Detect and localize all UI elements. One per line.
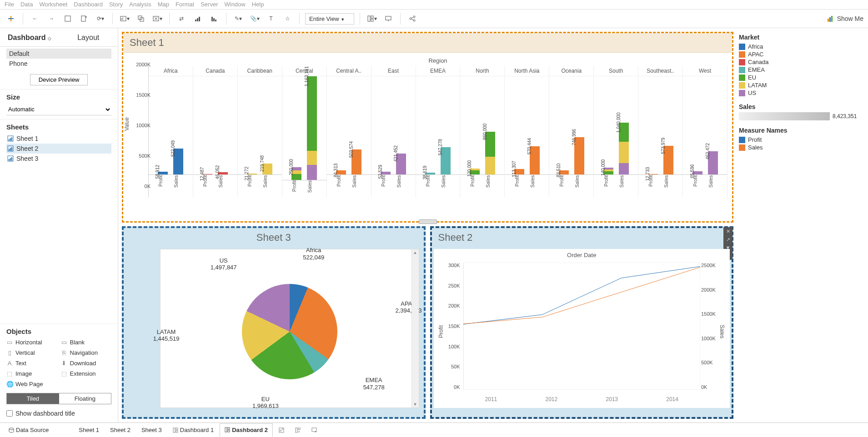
new-data-icon[interactable]: +: [78, 12, 90, 25]
presentation-icon[interactable]: [382, 12, 395, 25]
sheet2-container[interactable]: ✕ ↗ ▼ ▾ Sheet 2 Order Date Profit Sales …: [430, 226, 734, 419]
profit-bar[interactable]: 140,000: [603, 168, 613, 174]
sales-bar[interactable]: 1,040,000: [619, 123, 629, 174]
tile-float-toggle[interactable]: Tiled Floating: [6, 393, 111, 404]
undo-icon[interactable]: ←: [29, 12, 41, 25]
menu-dashboard[interactable]: Dashboard: [74, 1, 103, 8]
menu-format[interactable]: Format: [176, 1, 194, 8]
profit-bar[interactable]: 84,313: [336, 170, 346, 174]
sort-desc-icon[interactable]: [208, 12, 221, 25]
tab-dashboard[interactable]: Dashboard◇: [0, 30, 59, 46]
new-dashboard-tab-icon[interactable]: +: [290, 424, 306, 436]
sales-bar[interactable]: 46,052: [218, 172, 228, 174]
label-icon[interactable]: T: [265, 12, 277, 25]
highlight-icon[interactable]: ✎▾: [232, 12, 245, 25]
profit-bar[interactable]: 12,487: [202, 174, 212, 174]
object-download[interactable]: ⬇Download: [61, 359, 112, 367]
tab-dashboard2[interactable]: Dashboard 2: [220, 423, 273, 437]
new-worksheet-icon[interactable]: ▾: [118, 12, 131, 25]
new-worksheet-tab-icon[interactable]: +: [274, 424, 289, 436]
profit-bar[interactable]: 120,000: [470, 169, 480, 174]
legend-item[interactable]: EMEA: [739, 66, 863, 74]
sales-bar[interactable]: 573,979: [663, 146, 673, 174]
legend-item[interactable]: Sales: [739, 144, 863, 151]
sales-bar[interactable]: 503,574: [351, 149, 361, 174]
dashboard-icon[interactable]: ▾: [366, 12, 378, 25]
share-icon[interactable]: [406, 12, 419, 25]
sheet2-chart[interactable]: Order Date Profit Sales 300K250K200K150K…: [434, 249, 730, 408]
swap-icon[interactable]: ⇄: [175, 12, 188, 25]
sheet3-chart[interactable]: Africa522,049APAC2,394,993EMEA547,278EU1…: [160, 249, 419, 408]
sales-bar[interactable]: 746,996: [574, 137, 584, 174]
sales-bar[interactable]: 522,049: [173, 149, 183, 174]
menu-file[interactable]: File: [5, 1, 14, 8]
sheet3-container[interactable]: Sheet 3 Africa522,049APAC2,394,993EMEA54…: [122, 226, 426, 419]
profit-bar[interactable]: 21,272: [247, 174, 257, 174]
fit-dropdown[interactable]: Entire View ▼: [305, 13, 354, 25]
tab-layout[interactable]: Layout: [59, 30, 118, 46]
sales-bar[interactable]: 421,452: [396, 154, 406, 174]
remove-icon[interactable]: ✕: [723, 227, 733, 235]
size-select[interactable]: Automatic: [6, 104, 111, 115]
pin-icon[interactable]: ☆: [281, 12, 294, 25]
new-story-tab-icon[interactable]: +: [306, 424, 322, 436]
legend-item[interactable]: Profit: [739, 136, 863, 144]
redo-icon[interactable]: →: [45, 12, 58, 25]
show-me-button[interactable]: Show Me: [827, 15, 863, 22]
legend-item[interactable]: Canada: [739, 58, 863, 66]
sales-bar[interactable]: 547,278: [441, 147, 451, 174]
legend-item[interactable]: US: [739, 89, 863, 97]
menu-worksheet[interactable]: Worksheet: [39, 1, 67, 8]
legend-item[interactable]: LATAM: [739, 81, 863, 89]
sheet1-container[interactable]: Sheet 1 Region Value 0K500K1000K1500K200…: [122, 32, 733, 223]
device-preview-button[interactable]: Device Preview: [30, 74, 88, 85]
resize-handle-icon[interactable]: [419, 219, 437, 224]
profit-line[interactable]: [463, 266, 701, 324]
menu-help[interactable]: Help: [252, 1, 264, 8]
save-icon[interactable]: [61, 12, 74, 25]
profit-bar[interactable]: 250,000: [291, 167, 301, 179]
menu-map[interactable]: Map: [158, 1, 169, 8]
tableau-logo-icon[interactable]: [5, 12, 17, 25]
legend-item[interactable]: APAC: [739, 50, 863, 58]
sheet1-chart[interactable]: Region Value 0K500K1000K1500K2000K Afric…: [123, 53, 732, 216]
attachment-icon[interactable]: 📎▾: [248, 12, 261, 25]
clear-icon[interactable]: ▾: [151, 12, 164, 25]
sheet-list-item[interactable]: Sheet 1: [6, 134, 111, 144]
sales-bar[interactable]: 1,163,161: [307, 76, 317, 180]
sort-asc-icon[interactable]: [191, 12, 204, 25]
legend-item[interactable]: Africa: [739, 43, 863, 50]
object-navigation[interactable]: ⎘Navigation: [61, 348, 112, 357]
profit-bar[interactable]: 83,510: [559, 170, 569, 174]
object-blank[interactable]: ▭Blank: [61, 338, 112, 347]
goto-icon[interactable]: ↗: [723, 235, 733, 243]
menu-server[interactable]: Server: [201, 1, 218, 8]
sales-bar[interactable]: 462,472: [708, 151, 718, 174]
scrollbar[interactable]: [411, 249, 419, 407]
profit-bar[interactable]: 65,596: [692, 171, 702, 174]
tab-datasource[interactable]: Data Source: [4, 423, 54, 437]
device-phone[interactable]: Phone: [6, 59, 111, 69]
menu-story[interactable]: Story: [109, 1, 123, 8]
object-vertical[interactable]: ▯Vertical: [6, 348, 57, 357]
object-web-page[interactable]: 🌐Web Page: [6, 380, 57, 388]
refresh-icon[interactable]: ⟳▾: [94, 12, 107, 25]
legend-item[interactable]: EU: [739, 74, 863, 81]
sales-bar[interactable]: 219,748: [262, 164, 272, 174]
menu-data[interactable]: Data: [20, 1, 33, 8]
tab-dashboard1[interactable]: Dashboard 1: [168, 423, 219, 437]
object-image[interactable]: ⬚Image: [6, 369, 57, 378]
device-default[interactable]: Default: [6, 49, 111, 59]
show-dashboard-title-checkbox[interactable]: Show dashboard title: [6, 410, 111, 417]
sheet-list-item[interactable]: Sheet 3: [6, 154, 111, 164]
tab-sheet2[interactable]: Sheet 2: [105, 423, 135, 437]
profit-bar[interactable]: 58,912: [158, 172, 168, 174]
tab-sheet1[interactable]: Sheet 1: [74, 423, 104, 437]
object-horizontal[interactable]: ▭Horizontal: [6, 338, 57, 347]
profit-bar[interactable]: 52,529: [381, 172, 391, 174]
sales-bar[interactable]: 860,000: [485, 132, 495, 174]
duplicate-icon[interactable]: [135, 12, 147, 25]
sales-bar[interactable]: 570,444: [530, 146, 540, 174]
profit-bar[interactable]: 113,307: [514, 169, 524, 174]
object-text[interactable]: AText: [6, 359, 57, 367]
